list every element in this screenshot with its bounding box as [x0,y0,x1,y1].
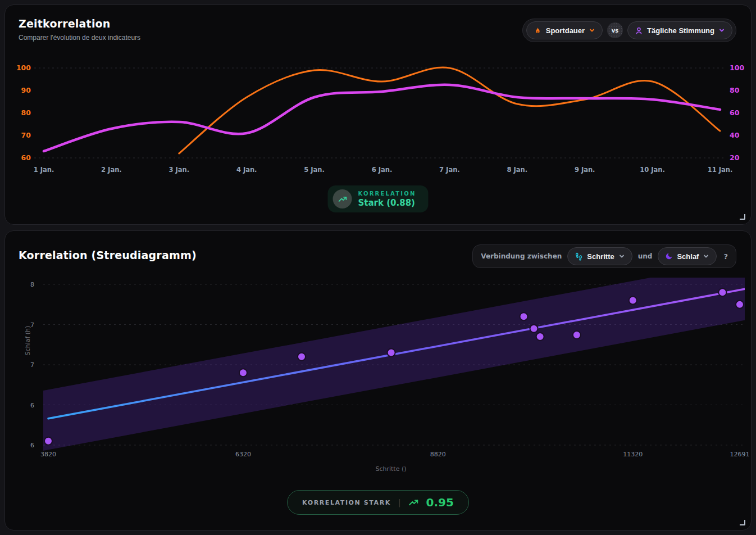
sleep-label: Schlaf [677,252,699,261]
chevron-down-icon [618,253,625,260]
chevron-down-icon [703,253,709,260]
correlation-label: KORRELATION [358,191,416,197]
scatter-point[interactable] [530,325,538,333]
right-axis-tick: 80 [730,86,740,94]
x-axis-tick: 3 Jan. [168,166,189,174]
scatter-point[interactable] [520,312,527,320]
correlation-badge: KORRELATION Stark (0.88) [328,185,429,212]
x-axis-tick: 6320 [235,451,251,458]
x-axis-tick: 11 Jan. [708,166,733,174]
steps-dropdown[interactable]: Schritte [567,247,632,265]
right-axis-tick: 40 [730,131,740,139]
y-axis-tick: 7 [30,361,34,369]
correlation-value: 0.95 [426,496,454,509]
moon-icon [665,252,673,260]
person-icon [635,26,643,35]
chevron-down-icon [589,27,595,34]
scatter-point[interactable] [239,369,247,377]
metric2-label: Tägliche Stimmung [647,26,714,35]
chevron-down-icon [718,27,725,34]
time-correlation-panel: Zeitkorrelation Comparer l'évolution de … [4,4,752,225]
scatter-point[interactable] [736,301,744,309]
metric1-dropdown[interactable]: Sportdauer [526,21,603,39]
help-icon[interactable]: ? [723,252,728,261]
dashboard: Zeitkorrelation Comparer l'évolution de … [0,0,756,535]
x-axis-tick: 4 Jan. [236,166,257,174]
left-axis-tick: 90 [21,86,31,94]
scatter-point[interactable] [388,349,395,357]
y-axis-tick: 6 [30,402,34,409]
scatter-point[interactable] [536,333,544,341]
right-axis-tick: 60 [730,108,740,117]
scatter-point[interactable] [629,297,637,305]
series-right [44,85,720,151]
conjunction-label: und [638,252,653,260]
correlation-label: KORRELATION STARK [302,499,391,506]
metric-switcher: Sportdauer vs Tägliche Stimmung [522,19,736,42]
x-axis-tick: 6 Jan. [372,166,393,174]
badge-divider: | [398,498,401,507]
footprints-icon [575,252,583,261]
correlation-value: Stark (0.88) [358,198,416,208]
x-axis-tick: 2 Jan. [101,166,122,174]
resize-handle-icon[interactable] [740,214,745,220]
metric2-dropdown[interactable]: Tägliche Stimmung [627,21,732,39]
right-axis-tick: 100 [730,64,744,72]
trend-line [48,289,745,418]
connection-selector: Verbindung zwischen Schritte und [472,244,736,268]
x-axis-tick: 3820 [40,451,56,458]
vs-badge: vs [607,22,623,38]
x-axis-label: Schritte () [375,465,406,473]
scatter-panel-title: Korrelation (Streudiagramm) [19,249,197,261]
page-subtitle: Comparer l'évolution de deux indicateurs [19,34,140,42]
connection-prefix-label: Verbindung zwischen [481,252,562,260]
right-axis-tick: 20 [730,153,740,162]
x-axis-tick: 11320 [623,451,643,458]
x-axis-tick: 7 Jan. [439,166,460,174]
x-axis-tick: 5 Jan. [304,166,325,174]
panel1-header: Zeitkorrelation Comparer l'évolution de … [19,17,140,42]
x-axis-tick: 1 Jan. [34,166,54,174]
time-series-chart[interactable]: 10090807060100806040201 Jan.2 Jan.3 Jan.… [5,60,752,180]
left-axis-tick: 80 [21,108,31,117]
y-axis-tick: 6 [30,442,34,449]
confidence-band [43,276,745,451]
left-axis-tick: 100 [16,64,31,72]
x-axis-tick: 12691 [730,451,750,458]
scatter-point[interactable] [44,437,52,445]
series-left [179,67,720,153]
page-title: Zeitkorrelation [19,17,140,30]
metric1-label: Sportdauer [546,26,585,35]
scatter-chart[interactable]: 877663820632088201132012691Schlaf (h)Sch… [5,276,752,478]
scatter-point[interactable] [573,331,581,339]
x-axis-tick: 10 Jan. [640,166,665,174]
trending-up-icon [333,189,352,208]
scatter-point[interactable] [718,288,726,296]
steps-label: Schritte [587,252,614,261]
correlation-badge: KORRELATION STARK | 0.95 [287,490,469,515]
left-axis-tick: 70 [21,131,31,139]
x-axis-tick: 8820 [430,451,446,458]
y-axis-label: Schlaf (h) [24,326,31,356]
scatter-point[interactable] [298,353,306,361]
scatter-correlation-panel: Korrelation (Streudiagramm) Verbindung z… [4,230,752,531]
y-axis-tick: 8 [30,281,34,288]
trending-up-icon [408,498,419,507]
sleep-dropdown[interactable]: Schlaf [658,247,717,265]
x-axis-tick: 8 Jan. [507,166,527,174]
left-axis-tick: 60 [21,153,31,162]
flame-icon [534,26,542,35]
resize-handle-icon[interactable] [740,520,745,525]
x-axis-tick: 9 Jan. [575,166,595,174]
